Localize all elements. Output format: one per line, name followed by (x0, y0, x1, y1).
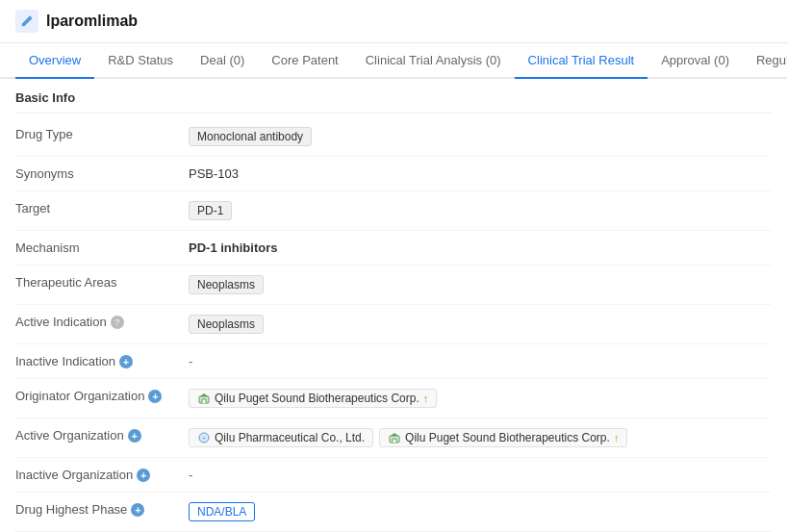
row-active-org: Active Organization + + Qilu Pharmaceuti… (15, 418, 772, 458)
text-synonyms: PSB-103 (189, 166, 239, 181)
edit-icon[interactable] (15, 10, 38, 33)
value-target: PD-1 (189, 201, 772, 220)
row-drug-highest-phase: Drug Highest Phase + NDA/BLA (15, 493, 772, 532)
value-active-indication: Neoplasms (189, 315, 772, 334)
info-icon-active-indication[interactable]: ? (111, 316, 124, 329)
org-name-qilu-pharma: Qilu Pharmaceutical Co., Ltd. (215, 431, 365, 444)
label-target: Target (15, 201, 189, 215)
row-drug-type: Drug Type Monoclonal antibody (15, 117, 772, 157)
org-name-qilu-puget-active: Qilu Puget Sound Biotherapeutics Corp. (405, 431, 610, 444)
label-active-indication: Active Indication ? (15, 315, 189, 329)
row-inactive-indication: Inactive Indication + - (15, 344, 772, 379)
tag-drug-type: Monoclonal antibody (189, 127, 312, 146)
tab-rd-status[interactable]: R&D Status (94, 43, 187, 79)
value-drug-type: Monoclonal antibody (189, 127, 772, 146)
tag-target: PD-1 (189, 201, 232, 220)
row-synonyms: Synonyms PSB-103 (15, 157, 772, 191)
row-target: Target PD-1 (15, 191, 772, 231)
value-synonyms: PSB-103 (189, 166, 772, 181)
label-synonyms: Synonyms (15, 166, 189, 181)
org-badge-qilu-puget[interactable]: Qilu Puget Sound Biotherapeutics Corp. ↑ (189, 389, 437, 408)
plus-icon-originator-org[interactable]: + (148, 390, 162, 403)
value-active-org: + Qilu Pharmaceutical Co., Ltd. Qilu Pug… (189, 428, 772, 447)
row-inactive-org: Inactive Organization + - (15, 458, 772, 493)
org-name-qilu-puget: Qilu Puget Sound Biotherapeutics Corp. (215, 392, 419, 405)
drug-header: lparomlimab (0, 0, 787, 43)
main-content: Basic Info Drug Type Monoclonal antibody… (0, 79, 787, 532)
label-drug-type: Drug Type (15, 127, 189, 141)
drug-name: lparomlimab (46, 13, 138, 30)
section-title-basic-info: Basic Info (15, 79, 772, 114)
row-mechanism: Mechanism PD-1 inhibitors (15, 231, 772, 266)
dash-inactive-org: - (189, 468, 192, 482)
tag-therapeutic-areas: Neoplasms (189, 275, 264, 294)
tab-clinical-trial-analysis[interactable]: Clinical Trial Analysis (0) (352, 43, 515, 79)
org-badge-qilu-puget-active[interactable]: Qilu Puget Sound Biotherapeutics Corp. ↑ (379, 428, 627, 447)
svg-text:+: + (202, 435, 206, 442)
value-inactive-indication: - (189, 354, 772, 368)
org-icon-qilu-puget (197, 392, 211, 405)
plus-icon-active-org[interactable]: + (128, 429, 141, 443)
tab-overview[interactable]: Overview (15, 43, 94, 79)
org-icon-qilu-pharma: + (197, 431, 211, 444)
tab-deal[interactable]: Deal (0) (187, 43, 258, 79)
label-drug-highest-phase: Drug Highest Phase + (15, 502, 189, 517)
row-active-indication: Active Indication ? Neoplasms (15, 305, 772, 344)
label-inactive-indication: Inactive Indication + (15, 354, 189, 368)
plus-icon-drug-highest-phase[interactable]: + (131, 503, 144, 517)
row-originator-org: Originator Organization + Qilu Puget Sou… (15, 379, 772, 418)
org-icon-qilu-puget-active (388, 431, 401, 444)
label-active-org: Active Organization + (15, 428, 189, 443)
label-mechanism: Mechanism (15, 241, 189, 255)
arrow-up-icon-2: ↑ (614, 432, 620, 443)
value-therapeutic-areas: Neoplasms (189, 275, 772, 294)
tag-active-indication: Neoplasms (189, 315, 264, 334)
tab-regulation[interactable]: Regulation (0) (743, 43, 787, 79)
tab-approval[interactable]: Approval (0) (647, 43, 743, 79)
value-mechanism: PD-1 inhibitors (189, 241, 772, 255)
value-inactive-org: - (189, 468, 772, 482)
dash-inactive-indication: - (189, 354, 192, 368)
label-inactive-org: Inactive Organization + (15, 468, 189, 482)
value-originator-org: Qilu Puget Sound Biotherapeutics Corp. ↑ (189, 389, 772, 408)
tag-nda-bla: NDA/BLA (189, 502, 255, 521)
value-drug-highest-phase: NDA/BLA (189, 502, 772, 521)
tab-core-patent[interactable]: Core Patent (258, 43, 351, 79)
plus-icon-inactive-org[interactable]: + (137, 469, 150, 482)
label-originator-org: Originator Organization + (15, 389, 189, 403)
row-therapeutic-areas: Therapeutic Areas Neoplasms (15, 266, 772, 305)
label-therapeutic-areas: Therapeutic Areas (15, 275, 189, 290)
arrow-up-icon: ↑ (423, 393, 429, 404)
text-mechanism: PD-1 inhibitors (189, 241, 277, 255)
org-badge-qilu-pharma[interactable]: + Qilu Pharmaceutical Co., Ltd. (189, 428, 373, 447)
tab-clinical-trial-result[interactable]: Clinical Trial Result (515, 43, 648, 79)
tab-bar: Overview R&D Status Deal (0) Core Patent… (0, 43, 787, 79)
plus-icon-inactive-indication[interactable]: + (119, 355, 133, 368)
